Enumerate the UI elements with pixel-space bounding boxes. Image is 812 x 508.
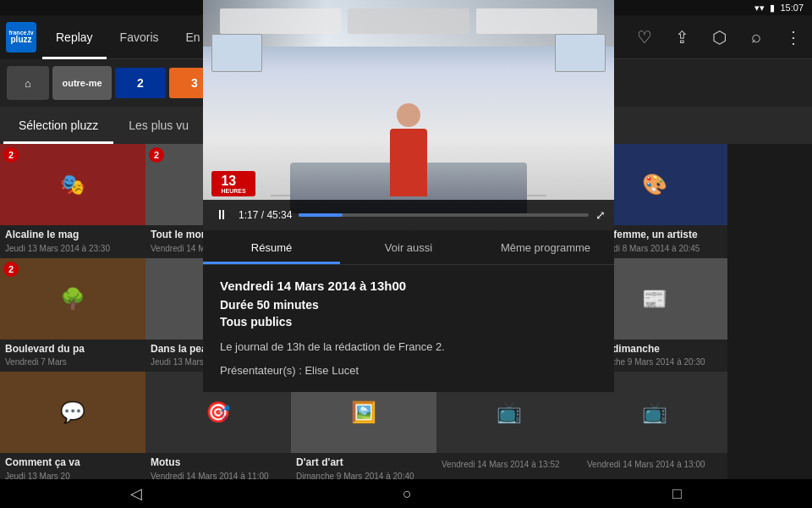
thumb-title: Motus [151, 456, 286, 470]
pause-button[interactable]: ⏸ [211, 207, 232, 223]
list-item[interactable]: 🌳 2 Boulevard du pa Vendredi 7 Mars [0, 258, 145, 373]
tab-meme-programme[interactable]: Même programme [477, 230, 614, 264]
channel-badge: 2 [149, 147, 164, 163]
app-logo[interactable]: france.tv pluzz [0, 15, 42, 59]
thumb-date: Jeudi 13 Mars 2014 à 23:30 [5, 244, 140, 253]
system-bar: ◁ ○ □ [0, 479, 812, 508]
thumb-date: Vendredi 14 Mars 2014 à 11:00 [151, 472, 286, 479]
thumb-title: Alcaline le mag [5, 229, 140, 242]
channel-outremer[interactable]: outre-me [52, 66, 112, 100]
fullscreen-button[interactable]: ⤢ [595, 208, 606, 222]
info-content: Vendredi 14 Mars 2014 à 13h00 Durée 50 m… [203, 265, 614, 392]
channel-badge: 2 [3, 262, 19, 277]
video-panel: 13 HEURES ⏸ 1:17 / 45:34 ⤢ Résumé Voir a [203, 0, 614, 392]
progress-bar[interactable] [299, 213, 589, 217]
video-screen[interactable]: 13 HEURES ⏸ 1:17 / 45:34 ⤢ [203, 0, 614, 230]
thumb-date: Vendredi 14 Mars 2014 à 13:52 [442, 460, 577, 469]
search-button[interactable]: ⌕ [738, 15, 775, 59]
info-audience: Tous publics [220, 315, 597, 329]
share-button[interactable]: ⇪ [663, 15, 700, 59]
recent-apps-button[interactable]: □ [672, 485, 682, 503]
tab-resume[interactable]: Résumé [203, 230, 340, 264]
channel-watermark: 13 HEURES [211, 171, 255, 196]
battery-icon: ▮ [770, 3, 775, 14]
info-tabs: Résumé Voir aussi Même programme [203, 230, 614, 265]
info-presenter: Présentateur(s) : Elise Lucet [220, 362, 597, 379]
back-button[interactable]: ◁ [130, 484, 142, 503]
thumb-title: Boulevard du pa [5, 343, 140, 356]
nav-tab-replay[interactable]: Replay [42, 15, 107, 59]
more-button[interactable]: ⋮ [775, 15, 812, 59]
thumb-date: Jeudi 13 Mars 20 [5, 472, 140, 479]
info-description: Le journal de 13h de la rédaction de Fra… [220, 339, 597, 356]
current-time: 1:17 / 45:34 [239, 209, 292, 221]
tab-voir-aussi[interactable]: Voir aussi [340, 230, 477, 264]
status-time: 15:07 [780, 3, 804, 13]
thumb-date: Dimanche 9 Mars 2014 à 20:40 [296, 472, 431, 479]
sub-tab-plusvus[interactable]: Les plus vu [113, 107, 204, 144]
channel-badge: 2 [3, 147, 19, 163]
video-controls: ⏸ 1:17 / 45:34 ⤢ [203, 200, 614, 230]
channel-f2[interactable]: 2 [115, 68, 166, 98]
channel-home[interactable]: ⌂ [7, 66, 49, 100]
list-item[interactable]: 🎭 2 Alcaline le mag Jeudi 13 Mars 2014 à… [0, 144, 145, 258]
nav-tab-favoris[interactable]: Favoris [107, 15, 173, 59]
list-item[interactable]: 💬 Comment ça va Jeudi 13 Mars 20 [0, 372, 145, 479]
wifi-icon: ▾▾ [754, 3, 765, 14]
home-button[interactable]: ○ [403, 485, 412, 503]
thumb-date: Vendredi 14 Mars 2014 à 13:00 [587, 460, 722, 469]
info-datetime: Vendredi 14 Mars 2014 à 13h00 [220, 279, 597, 293]
info-panel: Résumé Voir aussi Même programme Vendred… [203, 230, 614, 392]
cast2-button[interactable]: ⬡ [700, 15, 738, 59]
info-duration: Durée 50 minutes [220, 298, 597, 312]
thumb-date: Vendredi 7 Mars [5, 357, 140, 367]
thumb-title: Comment ça va [5, 456, 140, 470]
sub-tab-selection[interactable]: Sélection pluzz [3, 107, 113, 144]
progress-fill [299, 213, 342, 217]
thumb-title: D'art d'art [296, 456, 431, 470]
favorites-button[interactable]: ♡ [626, 15, 663, 59]
